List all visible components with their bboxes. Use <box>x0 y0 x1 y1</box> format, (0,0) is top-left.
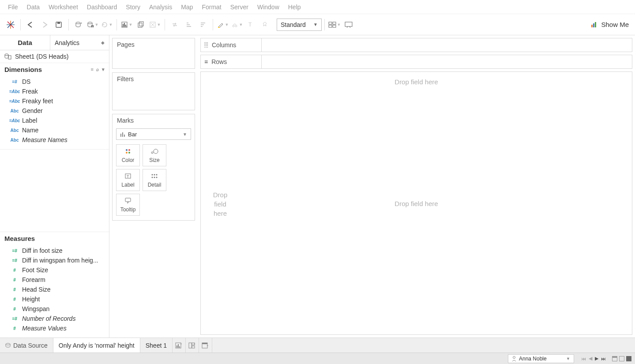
nav-first-icon[interactable]: ⏮ <box>581 356 586 361</box>
svg-rect-31 <box>329 22 332 24</box>
svg-point-58 <box>154 177 155 178</box>
presentation-mode-button[interactable] <box>342 18 356 32</box>
fit-dropdown[interactable]: Standard ▼ <box>277 19 322 31</box>
menu-story[interactable]: Story <box>121 2 145 12</box>
menu-file[interactable]: File <box>4 2 23 12</box>
marks-label-button[interactable]: T Label <box>116 169 140 191</box>
filters-card-title: Filters <box>113 73 195 85</box>
mark-type-label: Bar <box>128 131 137 138</box>
show-me-button[interactable]: Show Me <box>589 21 631 28</box>
new-worksheet-tab[interactable]: + <box>173 338 186 353</box>
svg-rect-10 <box>93 25 94 27</box>
mark-type-dropdown[interactable]: Bar ▼ <box>116 128 191 140</box>
svg-point-74 <box>513 356 515 358</box>
sidebar-tab-data[interactable]: Data <box>0 35 50 50</box>
sort-desc-button[interactable] <box>196 18 210 32</box>
measure-field[interactable]: #Measure Values <box>0 323 109 333</box>
refresh-button[interactable]: ▼ <box>100 18 114 32</box>
svg-rect-45 <box>124 135 125 137</box>
new-dashboard-tab[interactable]: + <box>186 338 199 353</box>
menu-dashboard[interactable]: Dashboard <box>83 2 122 12</box>
measures-header: Measures <box>0 232 109 245</box>
columns-shelf[interactable]: ⦙⦙⦙Columns <box>200 38 632 52</box>
measure-field[interactable]: #Wingspan <box>0 304 109 314</box>
show-labels-button[interactable]: T <box>244 18 258 32</box>
new-datasource-button[interactable]: + <box>71 18 86 32</box>
filters-card[interactable]: Filters <box>112 72 195 110</box>
svg-rect-64 <box>178 344 179 348</box>
datasource-tab[interactable]: Data Source <box>0 338 53 353</box>
nav-next-icon[interactable]: ▶ <box>595 356 598 361</box>
back-button[interactable] <box>23 18 38 32</box>
svg-point-51 <box>154 149 158 154</box>
dimension-field[interactable]: =AbcFreaky feet <box>0 96 109 106</box>
new-story-tab[interactable]: + <box>199 338 212 353</box>
worksheet-canvas: ⦙⦙⦙Columns ≡Rows Drop field here Drop fi… <box>198 35 635 338</box>
measure-field[interactable]: #Head Size <box>0 285 109 294</box>
measure-field[interactable]: #Forearm <box>0 275 109 285</box>
group-button[interactable]: ▼ <box>230 18 244 32</box>
tableau-logo-icon[interactable] <box>4 18 18 32</box>
nav-prev-icon[interactable]: ◀ <box>589 356 592 361</box>
pages-card-title: Pages <box>113 38 195 51</box>
worksheet-tab-active[interactable]: Only Andy is 'normal' height <box>53 338 140 353</box>
dimension-field[interactable]: =AbcLabel <box>0 116 109 125</box>
measure-field[interactable]: #Foot Size <box>0 265 109 275</box>
duplicate-sheet-button[interactable] <box>134 18 148 32</box>
highlight-button[interactable]: ▼ <box>216 18 230 32</box>
menu-bar: File Data Worksheet Dashboard Story Anal… <box>0 0 635 14</box>
fields-menu-icon[interactable]: ▾ <box>102 67 105 72</box>
marks-detail-button[interactable]: Detail <box>143 169 166 191</box>
view-tabs-icon[interactable] <box>612 356 617 361</box>
viz-drop-area[interactable]: Drop field here Drop field here Drop fie… <box>200 71 632 335</box>
measure-field[interactable]: #Height <box>0 294 109 304</box>
menu-analysis[interactable]: Analysis <box>145 2 177 12</box>
show-cards-button[interactable]: ▼ <box>327 18 342 32</box>
view-filmstrip-icon[interactable] <box>619 356 624 361</box>
user-dropdown[interactable]: Anna Noble ▼ <box>508 354 574 363</box>
sidebar-tab-analytics[interactable]: Analytics ◆ <box>50 35 109 50</box>
svg-point-57 <box>152 177 153 178</box>
view-list-icon[interactable]: ≡ <box>91 67 94 72</box>
pin-button[interactable] <box>258 18 272 32</box>
menu-window[interactable]: Window <box>253 2 284 12</box>
new-worksheet-button[interactable]: ▼ <box>120 18 134 32</box>
search-fields-icon[interactable]: ⌕ <box>96 67 99 72</box>
pause-autoupdates-button[interactable]: ▼ <box>86 18 100 32</box>
forward-button[interactable] <box>38 18 52 32</box>
save-button[interactable] <box>52 18 66 32</box>
menu-worksheet[interactable]: Worksheet <box>44 2 83 12</box>
sort-asc-button[interactable] <box>182 18 196 32</box>
clear-sheet-button[interactable]: ▼ <box>148 18 162 32</box>
measure-field[interactable]: =#Diff in foot size <box>0 246 109 255</box>
measure-field[interactable]: =#Number of Records <box>0 314 109 323</box>
menu-data[interactable]: Data <box>23 2 45 12</box>
svg-rect-15 <box>125 25 126 26</box>
marks-color-button[interactable]: Color <box>116 144 140 166</box>
svg-rect-17 <box>139 22 143 26</box>
svg-point-29 <box>235 25 237 27</box>
dimension-field[interactable]: =#DS <box>0 77 109 86</box>
view-sheet-icon[interactable] <box>626 356 631 361</box>
worksheet-tab[interactable]: Sheet 1 <box>140 338 173 353</box>
menu-server[interactable]: Server <box>226 2 253 12</box>
pages-card[interactable]: Pages <box>112 38 195 69</box>
menu-format[interactable]: Format <box>197 2 225 12</box>
dimension-field[interactable]: AbcGender <box>0 106 109 116</box>
dimensions-list: =#DS =AbcFreak =AbcFreaky feet AbcGender… <box>0 76 109 149</box>
rows-shelf[interactable]: ≡Rows <box>200 55 632 69</box>
menu-map[interactable]: Map <box>177 2 197 12</box>
marks-tooltip-button[interactable]: Tooltip <box>116 194 140 216</box>
dimension-field[interactable]: AbcName <box>0 125 109 135</box>
chevron-down-icon: ▼ <box>566 356 570 361</box>
menu-help[interactable]: Help <box>284 2 305 12</box>
dimension-field[interactable]: =AbcFreak <box>0 86 109 96</box>
svg-rect-42 <box>8 56 11 59</box>
datasource-item[interactable]: Sheet1 (DS Heads) <box>0 50 109 63</box>
measure-field[interactable]: =#Diff in wingspan from heig... <box>0 255 109 265</box>
swap-button[interactable] <box>168 18 182 32</box>
marks-size-button[interactable]: Size <box>143 144 166 166</box>
svg-rect-44 <box>122 132 123 137</box>
dimension-field[interactable]: AbcMeasure Names <box>0 135 109 145</box>
nav-last-icon[interactable]: ⏭ <box>601 356 606 361</box>
